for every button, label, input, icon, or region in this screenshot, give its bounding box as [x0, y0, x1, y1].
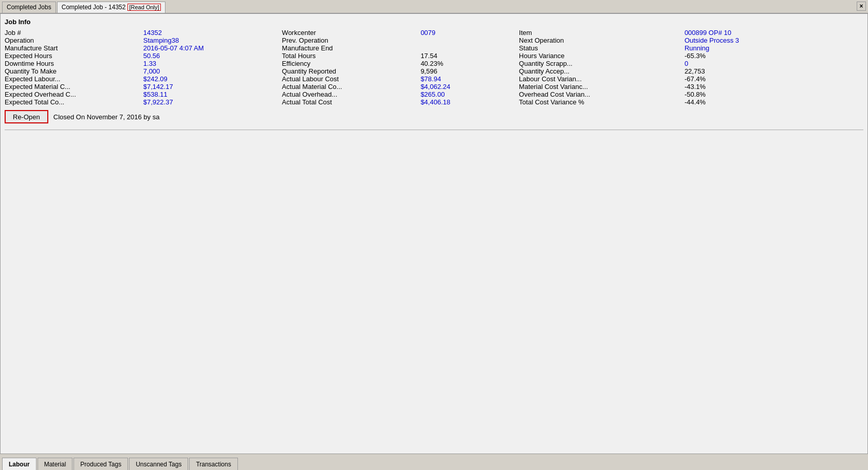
active-tab-label: Completed Job - 14352: [62, 4, 126, 11]
value-total-hours: 17.54: [420, 52, 519, 60]
label-mfg-end: Manufacture End: [282, 44, 421, 52]
value-actual-total: $4,406.18: [420, 98, 519, 106]
label-material-variance: Material Cost Varianc...: [519, 83, 685, 91]
label-job: Job #: [5, 29, 143, 37]
tab-active-job[interactable]: Completed Job - 14352 [Read Only]: [57, 2, 165, 13]
value-actual-material: $4,062.24: [420, 83, 519, 91]
value-overhead-variance: -50.8%: [685, 91, 863, 98]
value-workcenter: 0079: [420, 29, 519, 37]
read-only-badge: [Read Only]: [127, 4, 160, 11]
label-overhead-variance: Overhead Cost Varian...: [519, 91, 685, 98]
closed-text: Closed On November 7, 2016 by sa: [53, 113, 160, 121]
value-exp-labour: $242.09: [143, 75, 282, 83]
completed-jobs-tab-label: Completed Jobs: [7, 4, 51, 11]
close-button[interactable]: ×: [857, 2, 866, 11]
value-next-operation: Outside Process 3: [685, 37, 863, 44]
tab-material[interactable]: Material: [38, 458, 73, 470]
table-row: Expected Total Co... $7,922.37 Actual To…: [5, 98, 863, 106]
tab-bar: Completed Jobs Completed Job - 14352 [Re…: [0, 0, 868, 13]
spacer: [5, 132, 863, 465]
label-total-hours: Total Hours: [282, 52, 421, 60]
table-row: Operation Stamping38 Prev. Operation Nex…: [5, 37, 863, 44]
tab-labour-label: Labour: [9, 461, 30, 468]
value-status: Running: [685, 44, 863, 52]
tab-labour[interactable]: Labour: [2, 458, 36, 470]
tab-produced-tags-label: Produced Tags: [80, 461, 121, 468]
label-exp-total: Expected Total Co...: [5, 98, 143, 106]
bottom-tab-bar: Labour Material Produced Tags Unscanned …: [0, 454, 868, 470]
label-actual-labour: Actual Labour Cost: [282, 75, 421, 83]
main-container: Completed Jobs Completed Job - 14352 [Re…: [0, 0, 868, 470]
tab-completed-jobs[interactable]: Completed Jobs: [2, 2, 56, 13]
label-efficiency: Efficiency: [282, 60, 421, 67]
value-exp-material: $7,142.17: [143, 83, 282, 91]
label-exp-labour: Expected Labour...: [5, 75, 143, 83]
label-operation: Operation: [5, 37, 143, 44]
value-qty-scrap: 0: [685, 60, 863, 67]
value-downtime-hours: 1.33: [143, 60, 282, 67]
value-qty-make: 7,000: [143, 67, 282, 75]
value-expected-hours: 50.56: [143, 52, 282, 60]
label-item: Item: [519, 29, 685, 37]
value-item: 000899 OP# 10: [685, 29, 863, 37]
value-mfg-end: [420, 44, 519, 52]
label-qty-scrap: Quantity Scrapp...: [519, 60, 685, 67]
section-title: Job Info: [5, 18, 863, 26]
tab-transactions-label: Transactions: [196, 461, 231, 468]
label-exp-overhead: Expected Overhead C...: [5, 91, 143, 98]
label-qty-make: Quantity To Make: [5, 67, 143, 75]
table-row: Expected Labour... $242.09 Actual Labour…: [5, 75, 863, 83]
label-actual-overhead: Actual Overhead...: [282, 91, 421, 98]
value-mfg-start: 2016-05-07 4:07 AM: [143, 44, 282, 52]
table-row: Downtime Hours 1.33 Efficiency 40.23% Qu…: [5, 60, 863, 67]
value-actual-labour: $78.94: [420, 75, 519, 83]
value-exp-total: $7,922.37: [143, 98, 282, 106]
label-workcenter: Workcenter: [282, 29, 421, 37]
label-expected-hours: Expected Hours: [5, 52, 143, 60]
table-row: Job # 14352 Workcenter 0079 Item 000899 …: [5, 29, 863, 37]
label-mfg-start: Manufacture Start: [5, 44, 143, 52]
label-downtime-hours: Downtime Hours: [5, 60, 143, 67]
value-total-variance: -44.4%: [685, 98, 863, 106]
table-row: Quantity To Make 7,000 Quantity Reported…: [5, 67, 863, 75]
value-prev-operation: [420, 37, 519, 44]
label-next-operation: Next Operation: [519, 37, 685, 44]
value-actual-overhead: $265.00: [420, 91, 519, 98]
label-qty-accept: Quantity Accep...: [519, 67, 685, 75]
value-operation: Stamping38: [143, 37, 282, 44]
job-info-table: Job # 14352 Workcenter 0079 Item 000899 …: [5, 29, 863, 106]
label-prev-operation: Prev. Operation: [282, 37, 421, 44]
label-actual-total: Actual Total Cost: [282, 98, 421, 106]
table-row: Expected Overhead C... $538.11 Actual Ov…: [5, 91, 863, 98]
value-labour-variance: -67.4%: [685, 75, 863, 83]
value-efficiency: 40.23%: [420, 60, 519, 67]
value-exp-overhead: $538.11: [143, 91, 282, 98]
table-row: Expected Material C... $7,142.17 Actual …: [5, 83, 863, 91]
divider: [5, 130, 863, 130]
label-status: Status: [519, 44, 685, 52]
value-hours-variance: -65.3%: [685, 52, 863, 60]
tab-produced-tags[interactable]: Produced Tags: [73, 458, 128, 470]
job-info-panel: Job Info Job # 14352 Workcenter 0079 Ite…: [0, 13, 868, 470]
tab-unscanned-tags[interactable]: Unscanned Tags: [129, 458, 188, 470]
value-job: 14352: [143, 29, 282, 37]
label-actual-material: Actual Material Co...: [282, 83, 421, 91]
tab-material-label: Material: [44, 461, 66, 468]
label-total-variance: Total Cost Variance %: [519, 98, 685, 106]
value-qty-accept: 22,753: [685, 67, 863, 75]
content-wrapper: Job Info Job # 14352 Workcenter 0079 Ite…: [0, 13, 868, 470]
reopen-button[interactable]: Re-Open: [5, 110, 48, 123]
label-labour-variance: Labour Cost Varian...: [519, 75, 685, 83]
value-qty-reported: 9,596: [420, 67, 519, 75]
tab-unscanned-tags-label: Unscanned Tags: [136, 461, 181, 468]
tab-transactions[interactable]: Transactions: [189, 458, 237, 470]
label-hours-variance: Hours Variance: [519, 52, 685, 60]
table-row: Manufacture Start 2016-05-07 4:07 AM Man…: [5, 44, 863, 52]
label-exp-material: Expected Material C...: [5, 83, 143, 91]
value-material-variance: -43.1%: [685, 83, 863, 91]
table-row: Expected Hours 50.56 Total Hours 17.54 H…: [5, 52, 863, 60]
label-qty-reported: Quantity Reported: [282, 67, 421, 75]
reopen-row: Re-Open Closed On November 7, 2016 by sa: [5, 110, 863, 123]
